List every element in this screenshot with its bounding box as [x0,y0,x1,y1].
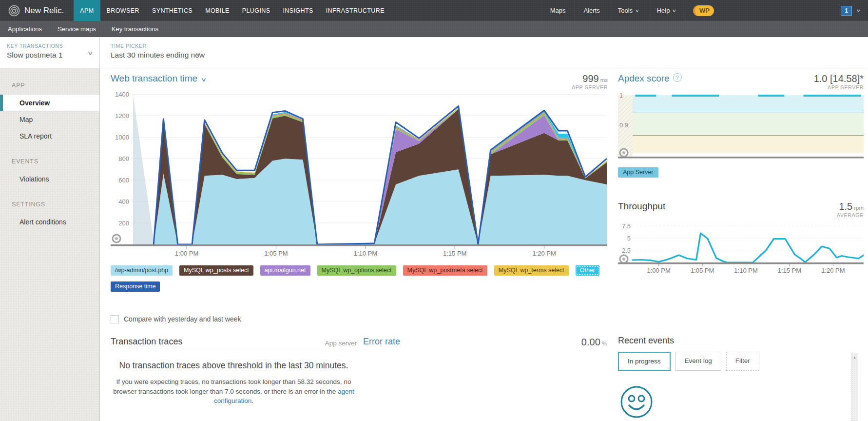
tab-browser[interactable]: BROWSER [100,0,146,21]
error-rate-panel: Error rate 0.00% [363,337,607,348]
recent-events-tabs: In progress Event log Filter [618,352,851,371]
sidebar: APP Overview Map SLA report EVENTS Viola… [0,68,100,421]
sidebar-item-sla-report[interactable]: SLA report [0,128,99,144]
nav-maps[interactable]: Maps [541,0,575,21]
sidebar-item-overview[interactable]: Overview [0,95,99,111]
hint-suffix: . [251,397,253,404]
apdex-legend-app-server[interactable]: App Server [618,167,658,178]
newrelic-logo[interactable]: New Relic. [0,4,74,17]
chevron-down-icon: ∨ [672,8,676,13]
svg-text:1:20 PM: 1:20 PM [821,267,845,274]
sidebar-item-map[interactable]: Map [0,111,99,128]
hint-text: If you were expecting traces, no transac… [113,378,351,395]
primary-nav-tabs: APM BROWSER SYNTHETICS MOBILE PLUGINS IN… [74,0,391,21]
apdex-scope: APP SERVER [814,84,864,91]
svg-text:600: 600 [118,176,129,183]
apdex-header: Apdex score ? 1.0 [14.58]* APP SERVER [618,73,864,91]
legend-mysql-wp-terms-select[interactable]: MySQL wp_terms select [494,265,569,276]
svg-text:1:10 PM: 1:10 PM [734,267,757,274]
sidebar-section-app: APP [12,82,99,89]
compare-checkbox[interactable] [111,315,119,323]
tab-apm[interactable]: APM [74,0,100,21]
legend-other[interactable]: Other [576,265,599,276]
wtt-value: 999 [582,73,598,84]
svg-text:200: 200 [118,219,129,226]
svg-text:7.5: 7.5 [622,222,631,230]
svg-text:0.9: 0.9 [619,121,628,129]
chevron-down-icon[interactable]: ∨ [201,77,207,83]
account-badge-wrap: WP [685,0,722,21]
tab-insights[interactable]: INSIGHTS [276,0,319,21]
nav-help[interactable]: Help∨ [648,0,685,21]
help-icon[interactable]: ? [673,73,682,82]
svg-text:2.5: 2.5 [622,247,631,254]
legend-mysql-wp-posts-select[interactable]: MySQL wp_posts select [179,265,253,276]
sidebar-item-violations[interactable]: Violations [0,171,99,187]
key-transactions-picker[interactable]: KEY TRANSACTIONS Slow postmeta 1 ∨ [0,37,100,68]
recent-events-tab-event-log[interactable]: Event log [675,352,721,371]
apdex-current-value: 1.0 [14.58]* APP SERVER [814,73,864,91]
nav-alerts[interactable]: Alerts [575,0,609,21]
wtt-header: Web transaction time ∨ 999ms APP SERVER [111,73,608,91]
apdex-title: Apdex score [618,73,670,84]
account-badge[interactable]: WP [693,5,714,16]
throughput-block: Throughput 1.5rpm AVERAGE 2.557.51:00 PM… [618,201,864,275]
sidebar-item-alert-conditions[interactable]: Alert conditions [0,214,99,230]
legend-api-mailgun-net[interactable]: api.mailgun.net [260,265,310,276]
recent-events-status [618,383,851,421]
legend-mysql-wp-postmeta-select[interactable]: MySQL wp_postmeta select [403,265,487,276]
throughput-chart[interactable]: 2.557.51:00 PM1:05 PM1:10 PM1:15 PM1:20 … [618,219,864,275]
wtt-scope: APP SERVER [572,84,608,91]
transaction-traces-message: No transaction traces above threshold in… [111,359,357,372]
transaction-traces-title: Transaction traces [111,337,182,347]
scroll-up-icon[interactable]: ▲ [851,353,858,360]
header-row: KEY TRANSACTIONS Slow postmeta 1 ∨ TIME … [0,37,868,68]
recent-events-tab-filter[interactable]: Filter [726,352,759,371]
error-rate-unit: % [602,341,607,346]
svg-text:1:15 PM: 1:15 PM [443,250,466,257]
recent-events-title: Recent events [618,336,851,346]
chevron-down-icon: ∨ [635,8,639,13]
svg-text:1: 1 [619,93,623,99]
nav-maps-label: Maps [550,7,566,14]
right-column: Apdex score ? 1.0 [14.58]* APP SERVER 10… [618,73,864,275]
wtt-current-value: 999ms APP SERVER [572,73,608,91]
throughput-title: Throughput [618,201,665,212]
notification-area: 1 ∨ [841,0,860,21]
vertical-scrollbar[interactable]: ▲ [851,353,858,421]
wtt-title[interactable]: Web transaction time [111,73,197,84]
error-rate-value-wrap: 0.00% [581,337,607,348]
subnav-applications[interactable]: Applications [0,25,50,33]
legend-response-time[interactable]: Response time [111,281,160,292]
svg-text:400: 400 [118,198,129,205]
key-transactions-picker-label: KEY TRANSACTIONS [7,43,99,49]
notification-count-badge[interactable]: 1 [841,6,852,16]
nav-tools[interactable]: Tools∨ [609,0,648,21]
tab-synthetics[interactable]: SYNTHETICS [146,0,199,21]
nav-help-label: Help [657,7,670,14]
legend-mysql-wp-options-select[interactable]: MySQL wp_options select [317,265,396,276]
transaction-traces-tab-app-server[interactable]: App server [325,340,357,347]
svg-text:1:05 PM: 1:05 PM [691,267,714,274]
subnav-service-maps[interactable]: Service maps [50,25,104,33]
legend--wp-admin-post-php[interactable]: /wp-admin/post.php [111,265,173,276]
web-transaction-time-chart[interactable]: 2004006008001000120014001:00 PM1:05 PM1:… [111,91,608,261]
tab-infrastructure[interactable]: INFRASTRUCTURE [320,0,391,21]
transaction-traces-header: Transaction traces App server [111,337,357,351]
svg-text:1:10 PM: 1:10 PM [354,250,377,257]
compare-row: Compare with yesterday and last week [111,315,608,323]
chevron-down-icon[interactable]: ∨ [856,8,861,13]
wtt-legend-row: /wp-admin/post.phpMySQL wp_posts selecta… [111,265,608,276]
tab-mobile[interactable]: MOBILE [199,0,236,21]
tab-plugins[interactable]: PLUGINS [236,0,277,21]
throughput-current-value: 1.5rpm AVERAGE [837,201,864,219]
subnav-key-transactions[interactable]: Key transactions [104,25,166,33]
svg-text:1:20 PM: 1:20 PM [532,250,556,257]
smiley-icon [618,383,655,421]
svg-text:1:15 PM: 1:15 PM [778,267,801,274]
time-picker[interactable]: TIME PICKER Last 30 minutes ending now ∨ [111,43,205,60]
apdex-chart[interactable]: 10.9 [618,93,864,161]
nav-alerts-label: Alerts [584,7,600,14]
chevron-down-icon: ∨ [195,51,201,58]
recent-events-tab-in-progress[interactable]: In progress [618,352,671,371]
